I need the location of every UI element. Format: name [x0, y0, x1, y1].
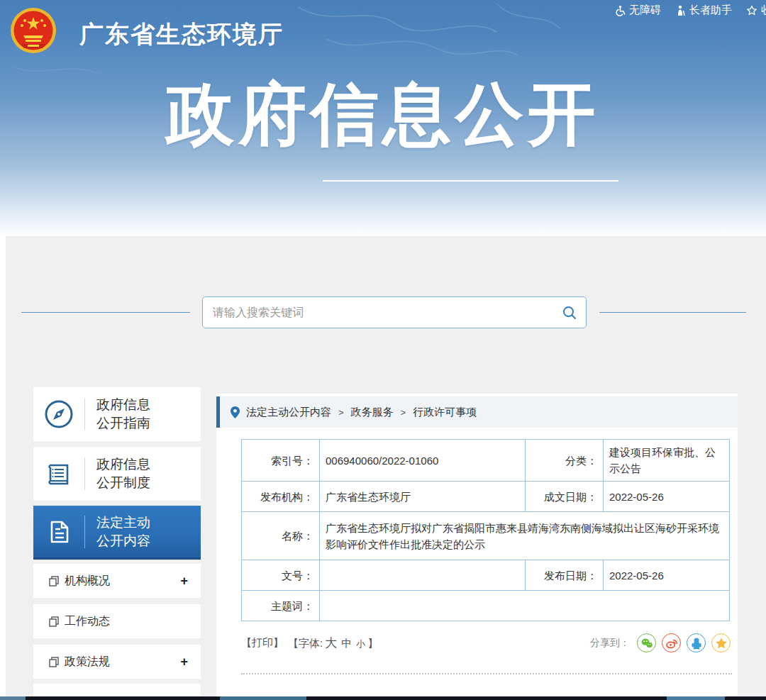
name-label: 名称： [242, 512, 320, 560]
name-value: 广东省生态环境厅拟对广东省揭阳市惠来县靖海湾东南侧海域拟出让区海砂开采环境影响评… [320, 512, 730, 560]
document-icon [33, 516, 84, 548]
label-line2: 公开指南 [96, 416, 150, 430]
category-label: 分类： [526, 440, 604, 482]
publish-date-value: 2022-05-26 [604, 560, 730, 591]
share-bar: 分享到： [590, 633, 731, 652]
issuing-agency-label: 发布机构： [242, 482, 320, 512]
topbar: 无障碍 长者助手 收 [614, 4, 766, 17]
breadcrumb-item-permits[interactable]: 行政许可事项 [413, 406, 477, 419]
breadcrumb-separator: > [338, 407, 344, 418]
accessibility-link[interactable]: 无障碍 [614, 4, 661, 17]
index-number-value: 006940060/2022-01060 [320, 440, 526, 482]
elder-helper-label: 长者助手 [689, 4, 732, 17]
sidebar-link-label: 政策法规 [59, 655, 180, 670]
accessibility-label: 无障碍 [629, 4, 661, 17]
category-value: 建设项目环保审批、公示公告 [604, 440, 730, 482]
font-label-close: 】 [367, 637, 378, 649]
table-row: 名称： 广东省生态环境厅拟对广东省揭阳市惠来县靖海湾东南侧海域拟出让区海砂开采环… [242, 512, 730, 560]
print-button[interactable]: 【打印】 [241, 636, 284, 650]
wechat-icon [640, 636, 654, 650]
table-row: 索引号： 006940060/2022-01060 分类： 建设项目环保审批、公… [242, 440, 730, 482]
article-controls: 【打印】 【字体:大中小】 分享到： [241, 633, 731, 652]
sidebar-item-statutory-active[interactable]: 法定主动 公开内容 [33, 506, 201, 560]
breadcrumb-item-services[interactable]: 政务服务 [351, 406, 394, 419]
search-icon [562, 305, 577, 321]
national-emblem-logo[interactable] [10, 7, 57, 54]
pages-icon [49, 616, 59, 627]
qq-penguin-icon [689, 636, 704, 650]
print-font-controls: 【打印】 【字体:大中小】 [241, 635, 378, 651]
bottom-edge-strip [0, 696, 766, 700]
font-label: 【字体: [288, 637, 323, 649]
header-banner: 无障碍 长者助手 收 [0, 0, 766, 236]
sidebar-link-policies[interactable]: 政策法规 + [33, 645, 201, 679]
elder-helper-link[interactable]: 长者助手 [675, 4, 732, 17]
sidebar-link-agency-overview[interactable]: 机构概况 + [33, 564, 201, 598]
location-pin-icon [230, 406, 240, 419]
keywords-value [320, 591, 730, 621]
index-number-label: 索引号： [242, 440, 320, 482]
expand-plus-icon[interactable]: + [180, 574, 188, 589]
sidebar-item-label: 政府信息 公开指南 [85, 396, 201, 433]
doc-number-label: 文号： [242, 560, 320, 591]
written-date-value: 2022-05-26 [604, 482, 730, 512]
written-date-label: 成文日期： [526, 482, 604, 512]
qzone-star-icon [714, 636, 728, 650]
font-size-controls: 【字体:大中小】 [288, 635, 378, 651]
document-meta-table: 索引号： 006940060/2022-01060 分类： 建设项目环保审批、公… [241, 439, 730, 621]
label-line1: 政府信息 [96, 457, 150, 472]
compass-icon [33, 399, 84, 430]
search-box [202, 296, 587, 328]
sidebar-link-work-updates[interactable]: 工作动态 [33, 604, 201, 638]
dotted-divider [241, 673, 732, 674]
elder-person-icon [675, 5, 686, 16]
star-outline-icon [746, 5, 757, 16]
table-row: 文号： 发布日期： 2022-05-26 [242, 560, 730, 591]
doc-number-value [320, 560, 526, 591]
wheelchair-icon [614, 5, 626, 16]
share-wechat-button[interactable] [637, 633, 656, 652]
font-medium-button[interactable]: 中 [341, 637, 352, 649]
pages-icon [49, 657, 59, 667]
sidebar-item-label: 法定主动 公开内容 [85, 513, 201, 550]
label-line2: 公开内容 [96, 533, 150, 548]
keywords-label: 主题词： [242, 591, 320, 621]
weibo-icon [665, 636, 679, 650]
share-label: 分享到： [590, 637, 630, 650]
favorite-label: 收 [761, 4, 766, 17]
pages-icon [49, 576, 59, 587]
table-row: 发布机构： 广东省生态环境厅 成文日期： 2022-05-26 [242, 482, 730, 512]
sidebar-item-guide[interactable]: 政府信息 公开指南 [33, 387, 201, 441]
expand-plus-icon[interactable]: + [180, 655, 188, 670]
issuing-agency-value: 广东省生态环境厅 [320, 482, 526, 512]
label-line1: 政府信息 [96, 397, 150, 412]
label-line1: 法定主动 [96, 515, 150, 530]
breadcrumb-item-statutory[interactable]: 法定主动公开内容 [246, 406, 331, 419]
sidebar-link-label: 机构概况 [59, 574, 180, 589]
share-qq-button[interactable] [687, 633, 706, 652]
page-banner-title: 政府信息公开 [0, 70, 766, 162]
breadcrumb-separator: > [401, 407, 406, 418]
share-qzone-button[interactable] [711, 633, 731, 652]
table-row: 主题词： [242, 591, 730, 621]
book-icon [33, 458, 84, 489]
search-button[interactable] [553, 305, 586, 321]
sidebar-item-system[interactable]: 政府信息 公开制度 [33, 447, 201, 501]
sidebar-link-label: 工作动态 [59, 614, 188, 629]
publish-date-label: 发布日期： [526, 560, 604, 591]
share-weibo-button[interactable] [662, 633, 681, 652]
search-divider-left [21, 312, 190, 313]
content-panel: 法定主动公开内容 > 政务服务 > 行政许可事项 索引号： 006940060/… [216, 394, 738, 700]
font-small-button[interactable]: 小 [356, 638, 365, 649]
search-divider-right [599, 312, 746, 313]
banner-underline [323, 180, 618, 182]
page: 无障碍 长者助手 收 [0, 0, 766, 700]
search-input[interactable] [203, 306, 553, 319]
site-title[interactable]: 广东省生态环境厅 [79, 18, 284, 51]
label-line2: 公开制度 [96, 475, 150, 490]
font-large-button[interactable]: 大 [325, 636, 337, 650]
breadcrumb: 法定主动公开内容 > 政务服务 > 行政许可事项 [216, 396, 738, 428]
sidebar-item-label: 政府信息 公开制度 [85, 455, 201, 492]
favorite-link[interactable]: 收 [746, 4, 766, 17]
